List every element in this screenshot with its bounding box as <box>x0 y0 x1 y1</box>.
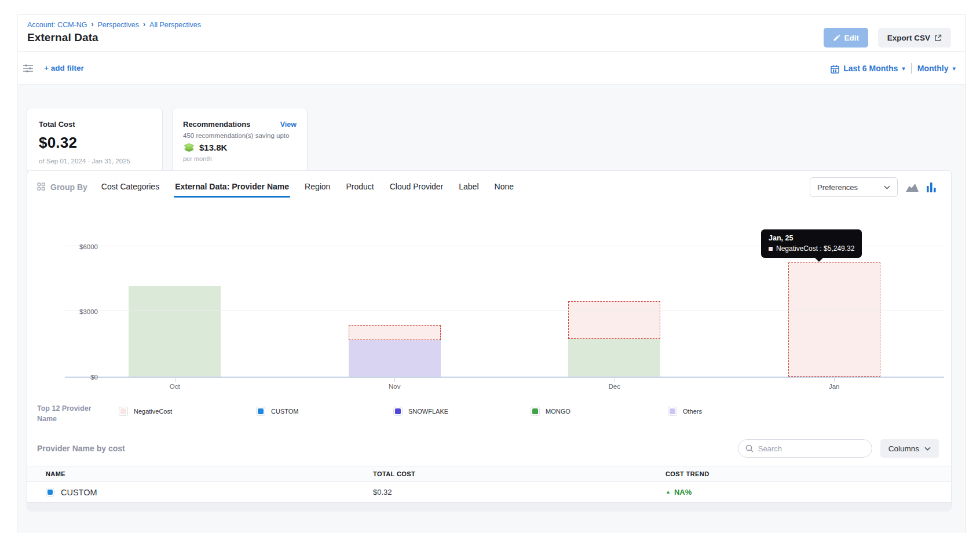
edit-button[interactable]: Edit <box>824 28 869 48</box>
bar-segment-others[interactable] <box>349 340 441 377</box>
legend-label: CUSTOM <box>271 408 298 415</box>
bar-segment-negativecost[interactable] <box>568 301 660 339</box>
tooltip-series-bullet-icon <box>769 247 773 251</box>
legend-swatch-icon <box>393 407 403 416</box>
recommendations-card: Recommendations View 450 recommendation(… <box>172 108 308 173</box>
row-total-cost-cell: $0.32 <box>373 488 665 497</box>
filter-bar: + add filter Last 6 Months ▾ Monthly ▾ <box>18 51 966 85</box>
caret-down-icon: ▾ <box>902 65 905 72</box>
tooltip-value: NegativeCost : $5,249.32 <box>776 244 854 253</box>
preferences-dropdown[interactable]: Preferences <box>810 177 898 197</box>
tab-external-data-provider-name[interactable]: External Data: Provider Name <box>175 182 289 192</box>
breadcrumb-account[interactable]: Account: CCM-NG <box>27 21 87 29</box>
divider <box>911 63 912 74</box>
breadcrumb-separator-icon: › <box>92 20 94 28</box>
recommendations-per-month: per month <box>183 155 297 162</box>
legend-item-snowflake[interactable]: SNOWFLAKE <box>393 407 531 416</box>
trend-up-icon: ▲ <box>665 489 671 495</box>
tab-cost-categories[interactable]: Cost Categories <box>101 182 159 192</box>
legend-item-others[interactable]: Others <box>668 407 805 416</box>
legend-swatch-icon <box>668 407 677 416</box>
filter-settings-icon[interactable] <box>23 64 33 75</box>
breadcrumb: Account: CCM-NG › Perspectives › All Per… <box>27 21 201 29</box>
tab-region[interactable]: Region <box>305 182 330 192</box>
total-cost-value: $0.32 <box>39 134 151 152</box>
tab-none[interactable]: None <box>495 182 514 192</box>
total-cost-title: Total Cost <box>39 120 151 129</box>
legend-item-negativecost[interactable]: NegativeCost <box>119 407 256 416</box>
row-name-cell: CUSTOM <box>46 488 373 497</box>
column-header-name: NAME <box>46 470 373 477</box>
tab-product[interactable]: Product <box>346 182 374 192</box>
bar-segment-negativecost[interactable] <box>788 262 880 377</box>
legend-items: NegativeCostCUSTOMSNOWFLAKEMONGOOthers <box>105 407 805 416</box>
legend-label: NegativeCost <box>134 408 172 415</box>
area-chart-toggle-icon[interactable] <box>905 182 919 192</box>
chart-slot-nov <box>285 221 505 377</box>
date-controls: Last 6 Months ▾ Monthly ▾ <box>831 63 958 74</box>
tab-cloud-provider[interactable]: Cloud Provider <box>390 182 444 192</box>
table-header-row: NAMETOTAL COSTCOST TREND <box>27 466 951 482</box>
x-axis-label-nov: Nov <box>285 379 505 390</box>
x-axis-label-oct: Oct <box>65 379 285 390</box>
page-header: Account: CCM-NG › Perspectives › All Per… <box>18 15 966 51</box>
add-filter-button[interactable]: + add filter <box>44 64 84 72</box>
table-row-custom[interactable]: CUSTOM$0.32▲NA% <box>27 482 951 502</box>
cost-bar-chart: $0$3000$6000 OctNovDecJan Jan, 25 Negati… <box>27 203 951 396</box>
calendar-icon <box>831 65 839 74</box>
table-search <box>738 439 872 458</box>
legend-swatch-icon <box>256 407 265 416</box>
recommendations-view-link[interactable]: View <box>280 121 297 129</box>
table-title: Provider Name by cost <box>37 444 125 453</box>
page-title: External Data <box>27 31 98 44</box>
bar-segment-negativecost[interactable] <box>349 325 441 340</box>
x-axis-label-jan: Jan <box>725 379 945 390</box>
column-header-cost-trend: COST TREND <box>665 470 951 477</box>
caret-down-icon: ▾ <box>952 65 956 72</box>
grid-icon <box>37 182 45 193</box>
external-link-icon <box>934 34 942 42</box>
table-next-row-partial <box>27 502 951 512</box>
bar-segment-mongo[interactable] <box>129 286 221 377</box>
table-body: CUSTOM$0.32▲NA% <box>27 482 951 502</box>
legend-label: SNOWFLAKE <box>408 408 448 415</box>
pencil-icon <box>833 34 840 42</box>
total-cost-period: of Sep 01, 2024 - Jan 31, 2025 <box>39 158 151 165</box>
y-axis-tick-label: $6000 <box>72 243 98 250</box>
recommendations-title: Recommendations <box>183 120 250 129</box>
page-body: Total Cost $0.32 of Sep 01, 2024 - Jan 3… <box>18 85 966 533</box>
money-stack-icon <box>183 143 195 152</box>
legend-item-custom[interactable]: CUSTOM <box>256 407 393 416</box>
breadcrumb-all-perspectives[interactable]: All Perspectives <box>149 21 201 29</box>
legend-label: Others <box>683 408 702 415</box>
bar-chart-toggle-icon[interactable] <box>927 182 936 192</box>
chart-tooltip: Jan, 25 NegativeCost : $5,249.32 <box>761 229 862 258</box>
tab-label[interactable]: Label <box>459 182 478 192</box>
group-by-tabs: Cost CategoriesExternal Data: Provider N… <box>101 182 514 192</box>
breadcrumb-perspectives[interactable]: Perspectives <box>98 21 140 29</box>
tooltip-title: Jan, 25 <box>769 234 854 242</box>
granularity-dropdown[interactable]: Monthly ▾ <box>917 64 958 73</box>
chart-legend: Top 12 Provider Name NegativeCostCUSTOMS… <box>27 396 951 424</box>
columns-button[interactable]: Columns <box>880 439 939 458</box>
legend-swatch-icon <box>119 407 128 416</box>
total-cost-card: Total Cost $0.32 of Sep 01, 2024 - Jan 3… <box>27 108 163 173</box>
search-input[interactable] <box>758 444 865 453</box>
chart-slot-dec <box>504 221 725 377</box>
table-toolbar: Provider Name by cost Columns <box>27 424 951 466</box>
breadcrumb-separator-icon: › <box>143 20 145 28</box>
legend-swatch-icon <box>531 407 540 416</box>
export-csv-button[interactable]: Export CSV <box>878 28 951 48</box>
y-axis-tick-label: $3000 <box>72 308 98 315</box>
bar-jan <box>788 262 880 377</box>
group-by-label: Group By <box>50 182 87 192</box>
legend-item-mongo[interactable]: MONGO <box>531 407 668 416</box>
legend-title: Top 12 Provider Name <box>37 403 105 424</box>
column-header-total-cost: TOTAL COST <box>373 470 665 477</box>
bar-segment-mongo[interactable] <box>568 339 660 377</box>
bar-oct <box>129 286 221 377</box>
group-by-row: Group By Cost CategoriesExternal Data: P… <box>27 171 951 203</box>
date-range-dropdown[interactable]: Last 6 Months ▾ <box>831 64 908 73</box>
chevron-down-icon <box>924 447 931 451</box>
row-cost-trend-cell: ▲NA% <box>665 488 951 497</box>
